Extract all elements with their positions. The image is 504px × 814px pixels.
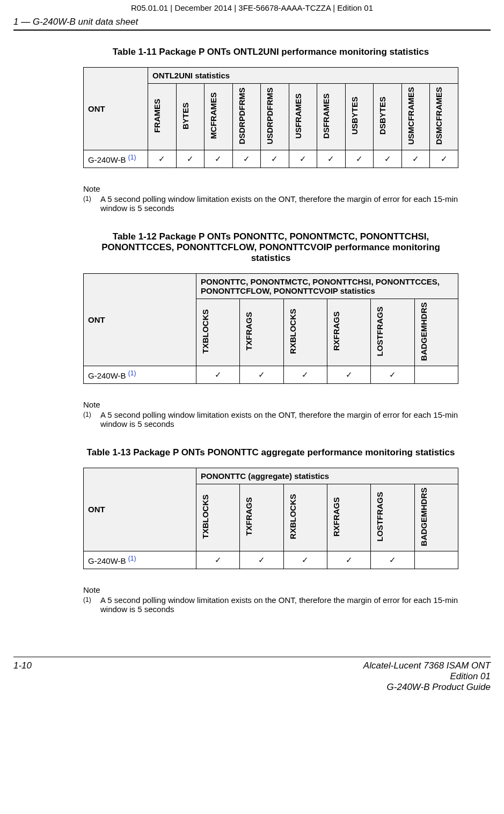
check-cell: ✓: [240, 551, 283, 569]
ont-model-cell: G-240W-B (1): [84, 366, 196, 383]
footer-right: Alcatel-Lucent 7368 ISAM ONT Edition 01 …: [363, 660, 491, 693]
check-cell: [414, 366, 458, 383]
note-number: (1): [83, 194, 100, 213]
check-cell: ✓: [401, 150, 430, 168]
check-cell: ✓: [148, 150, 177, 168]
col-txblocks: TXBLOCKS: [196, 299, 240, 366]
col-dsframes: DSFRAMES: [317, 84, 346, 150]
check-cell: ✓: [261, 150, 289, 168]
col-dsdrpdfrms: DSDRPDFRMS: [232, 84, 261, 150]
table-row: G-240W-B (1) ✓ ✓ ✓ ✓ ✓: [84, 551, 458, 569]
table-11-ont-header: ONT: [84, 68, 148, 150]
table-13-group-header: PONONTTC (aggregate) statistics: [196, 468, 458, 484]
table-13-title: Table 1-13 Package P ONTs PONONTTC aggre…: [83, 447, 458, 458]
col-dsmcframes: DSMCFRAMES: [430, 84, 458, 150]
page-number: 1-10: [13, 660, 32, 693]
ont-model-cell: G-240W-B (1): [84, 551, 196, 569]
footer-edition: Edition 01: [363, 671, 491, 682]
table-11-group-header: ONTL2UNI statistics: [148, 68, 458, 84]
col-frames: FRAMES: [148, 84, 177, 150]
footer-product-line: Alcatel-Lucent 7368 ISAM ONT: [363, 660, 491, 671]
col-txfrags: TXFRAGS: [240, 484, 283, 551]
check-cell: ✓: [345, 150, 374, 168]
note-11: Note (1) A 5 second polling window limit…: [83, 184, 458, 213]
col-rxfrags: RXFRAGS: [327, 484, 370, 551]
header-rule: [13, 30, 491, 31]
table-row: G-240W-B (1) ✓ ✓ ✓ ✓ ✓ ✓ ✓ ✓ ✓ ✓ ✓: [84, 150, 458, 168]
col-rxblocks: RXBLOCKS: [283, 484, 327, 551]
ont-model-cell: G-240W-B (1): [84, 150, 148, 168]
note-13: Note (1) A 5 second polling window limit…: [83, 585, 458, 614]
footer-guide-title: G-240W-B Product Guide: [363, 682, 491, 693]
col-rxfrags: RXFRAGS: [327, 299, 370, 366]
footnote-ref: (1): [128, 555, 136, 562]
table-12: ONT PONONTTC, PONONTMCTC, PONONTTCHSI, P…: [83, 273, 458, 384]
check-cell: ✓: [240, 366, 283, 383]
note-12: Note (1) A 5 second polling window limit…: [83, 400, 458, 428]
col-usframes: USFRAMES: [289, 84, 317, 150]
check-cell: ✓: [327, 366, 370, 383]
table-12-ont-header: ONT: [84, 273, 196, 366]
col-bytes: BYTES: [176, 84, 204, 150]
col-dsbytes: DSBYTES: [374, 84, 402, 150]
note-number: (1): [83, 595, 100, 614]
section-title: 1 — G-240W-B unit data sheet: [13, 17, 491, 30]
check-cell: ✓: [371, 366, 414, 383]
col-lostfrags: LOSTFRAGS: [371, 299, 414, 366]
check-cell: ✓: [176, 150, 204, 168]
doc-meta-header: R05.01.01 | December 2014 | 3FE-56678-AA…: [13, 3, 491, 12]
footnote-ref: (1): [128, 154, 136, 161]
table-11-title: Table 1-11 Package P ONTs ONTL2UNI perfo…: [83, 47, 458, 57]
footnote-ref: (1): [128, 369, 136, 377]
check-cell: ✓: [327, 551, 370, 569]
col-lostfrags: LOSTFRAGS: [371, 484, 414, 551]
table-11: ONT ONTL2UNI statistics FRAMES BYTES MCF…: [83, 67, 458, 168]
col-usmcframes: USMCFRAMES: [401, 84, 430, 150]
check-cell: ✓: [430, 150, 458, 168]
check-cell: ✓: [283, 366, 327, 383]
check-cell: ✓: [196, 551, 240, 569]
note-label: Note: [83, 400, 458, 409]
note-label: Note: [83, 184, 458, 193]
table-13-ont-header: ONT: [84, 468, 196, 551]
note-text: A 5 second polling window limitation exi…: [100, 194, 458, 213]
col-badgemhdrs: BADGEMHDRS: [414, 299, 458, 366]
table-12-group-header: PONONTTC, PONONTMCTC, PONONTTCHSI, PONON…: [196, 273, 458, 299]
table-row: G-240W-B (1) ✓ ✓ ✓ ✓ ✓: [84, 366, 458, 383]
footer-rule: [13, 657, 491, 657]
check-cell: ✓: [374, 150, 402, 168]
table-12-title: Table 1-12 Package P ONTs PONONTTC, PONO…: [83, 231, 458, 264]
check-cell: [414, 551, 458, 569]
check-cell: ✓: [283, 551, 327, 569]
check-cell: ✓: [289, 150, 317, 168]
col-txblocks: TXBLOCKS: [196, 484, 240, 551]
check-cell: ✓: [317, 150, 346, 168]
col-rxblocks: RXBLOCKS: [283, 299, 327, 366]
check-cell: ✓: [204, 150, 233, 168]
note-text: A 5 second polling window limitation exi…: [100, 410, 458, 428]
check-cell: ✓: [232, 150, 261, 168]
note-number: (1): [83, 410, 100, 428]
col-mcframes: MCFRAMES: [204, 84, 233, 150]
col-usbytes: USBYTES: [345, 84, 374, 150]
note-label: Note: [83, 585, 458, 594]
check-cell: ✓: [196, 366, 240, 383]
col-txfrags: TXFRAGS: [240, 299, 283, 366]
table-13: ONT PONONTTC (aggregate) statistics TXBL…: [83, 468, 458, 569]
col-usdrpdfrms: USDRPDFRMS: [261, 84, 289, 150]
col-badgemhdrs: BADGEMHDRS: [414, 484, 458, 551]
note-text: A 5 second polling window limitation exi…: [100, 595, 458, 614]
check-cell: ✓: [371, 551, 414, 569]
